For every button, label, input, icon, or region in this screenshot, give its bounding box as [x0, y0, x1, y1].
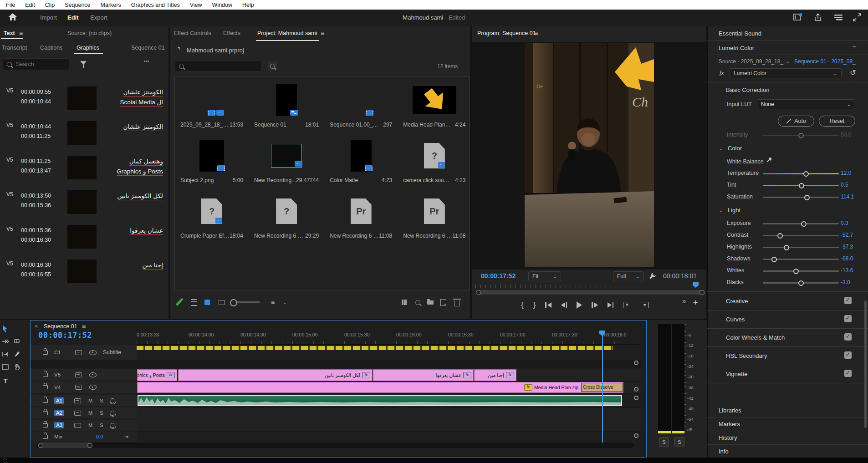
- tab-effects[interactable]: Effects: [223, 30, 240, 36]
- caption-row[interactable]: V5 00:00:15:3600:00:16:30 عشان يعرفوا: [0, 222, 169, 257]
- item-name[interactable]: New Recording 6 2...: [254, 233, 303, 239]
- project-item[interactable]: ᭼ Color Matte 4:23: [324, 138, 398, 193]
- lumetri-section[interactable]: Color Wheels & Match: [707, 328, 868, 347]
- track-name[interactable]: A1: [54, 397, 64, 404]
- mute-button[interactable]: M: [88, 422, 92, 428]
- panel-lumetri-color[interactable]: Lumetri Color: [719, 45, 754, 51]
- play-icon[interactable]: [577, 301, 582, 309]
- track-visibility-icon[interactable]: [89, 350, 97, 355]
- slider-row[interactable]: Shadows -68.0: [707, 253, 868, 265]
- track-resize-handle[interactable]: [634, 433, 638, 438]
- effect-select[interactable]: Lumetri Color⌄: [730, 68, 842, 78]
- project-item[interactable]: Pr ᭼ New Recording 6 2 ... 11:08: [324, 193, 398, 249]
- a1-audio-clip[interactable]: [138, 395, 622, 406]
- collapsed-panel[interactable]: Markers: [707, 417, 868, 431]
- ripple-edit-tool-icon[interactable]: [1, 350, 9, 358]
- project-writable-icon[interactable]: [175, 298, 183, 306]
- lock-icon[interactable]: [43, 373, 48, 377]
- project-item[interactable]: ᭼ Sequence 01.00_00_... 297: [324, 82, 398, 138]
- section-checkbox[interactable]: [844, 297, 852, 304]
- item-name[interactable]: Subject 2.png: [180, 177, 214, 183]
- type-tool-icon[interactable]: T: [1, 377, 10, 385]
- caption-row[interactable]: V5 00:00:16:3000:00:16:55 إحنا مين: [0, 257, 169, 291]
- caption-text[interactable]: الكومنتز علشانال Scoial Media: [95, 87, 163, 107]
- caption-row[interactable]: V5 00:00:09:5500:00:10:44 الكومنتز علشان…: [0, 84, 169, 118]
- fullscreen-icon[interactable]: [853, 13, 862, 21]
- lock-icon[interactable]: [43, 411, 48, 415]
- track-target-icon[interactable]: [75, 350, 82, 355]
- track-target-icon[interactable]: [74, 398, 81, 403]
- project-item[interactable]: ᭼ Subject 2.png 5:00: [175, 138, 249, 193]
- v5-clip[interactable]: fx عشان يعرفوا: [373, 369, 474, 381]
- menu-item[interactable]: Help: [237, 2, 259, 8]
- project-item[interactable]: ᭼ 2025_09_28_18_1... 13:53: [175, 82, 249, 138]
- icon-view-icon[interactable]: [203, 298, 211, 306]
- menu-item[interactable]: Sequence: [60, 2, 95, 8]
- step-forward-icon[interactable]: [592, 302, 598, 308]
- close-tab-icon[interactable]: ×: [35, 323, 38, 330]
- slider-row[interactable]: Temperature 12.0: [707, 168, 868, 179]
- item-name[interactable]: New Recording 6 2 ...: [403, 233, 452, 239]
- lock-icon[interactable]: [43, 351, 48, 355]
- search-input[interactable]: [15, 61, 65, 68]
- timeline-tab[interactable]: Sequence 01: [44, 323, 77, 330]
- track-visibility-icon[interactable]: [89, 372, 97, 377]
- lumetri-source-tab[interactable]: Source · 2025_09_28_18_...: [719, 58, 788, 65]
- track-header-subtitle[interactable]: C1 Subtitle: [31, 345, 137, 360]
- track-header-v5[interactable]: V5: [31, 369, 137, 381]
- v5-clip[interactable]: fx Posts و Graphics: [137, 369, 177, 381]
- program-panel-menu-icon[interactable]: ≡: [535, 30, 538, 37]
- list-view-icon[interactable]: [189, 298, 198, 306]
- slider-row[interactable]: Blacks -3.0: [707, 277, 868, 289]
- collapsed-panel[interactable]: Info: [707, 444, 868, 458]
- tab-text[interactable]: Text: [4, 30, 15, 36]
- track-target-icon[interactable]: [74, 411, 81, 416]
- video-frame[interactable]: Ch OF: [525, 43, 654, 267]
- timeline-hscrollbar[interactable]: [36, 443, 634, 448]
- find-icon[interactable]: [414, 298, 422, 306]
- color-section-header[interactable]: Color: [728, 145, 742, 152]
- section-checkbox[interactable]: [844, 351, 852, 359]
- collapsed-panel[interactable]: History: [707, 431, 868, 445]
- project-item[interactable]: ᭼ Media Head Planzip... 4:24: [398, 82, 471, 138]
- menu-item[interactable]: Window: [207, 2, 237, 8]
- project-item[interactable]: ? ᭼ Crumple Paper Effe... 18:04: [175, 193, 249, 249]
- tab-captions[interactable]: Captions: [40, 45, 62, 51]
- menu-item[interactable]: Clip: [40, 2, 60, 8]
- subtitle-clips[interactable]: [137, 346, 613, 350]
- delete-icon[interactable]: [453, 298, 461, 306]
- lumetri-section[interactable]: Vignette: [707, 365, 868, 383]
- razor-tool-icon[interactable]: [13, 337, 21, 346]
- track-name[interactable]: A2: [54, 410, 64, 416]
- caption-row[interactable]: V5 00:00:11:2500:00:13:47 وهنعمل كمانPos…: [0, 153, 169, 188]
- intensity-slider-row[interactable]: Intensity 50.0: [707, 129, 868, 141]
- track-header-audio[interactable]: A1 M S: [31, 395, 137, 406]
- rectangle-tool-icon[interactable]: [1, 363, 9, 371]
- workspace-icon[interactable]: [793, 13, 802, 21]
- slider-row[interactable]: Exposure 0.3: [707, 218, 868, 229]
- more-buttons-icon[interactable]: »: [682, 297, 686, 305]
- tab-program[interactable]: Program: Sequence 01: [477, 30, 536, 36]
- panel-essential-sound[interactable]: Essential Sound: [719, 30, 761, 37]
- step-back-icon[interactable]: [561, 302, 567, 308]
- caption-row[interactable]: V5 00:00:10:4400:00:11:25 الكومنتز علشان: [0, 118, 169, 153]
- auto-button[interactable]: Auto: [778, 116, 814, 127]
- project-item[interactable]: ᭼ Sequence 01 18:01: [249, 82, 324, 138]
- audio-meters-panel[interactable]: -6-12-18-24-30-36-42-48-54dB S S: [647, 320, 707, 458]
- timeline-timecode[interactable]: 00:00:17:52: [38, 331, 92, 340]
- track-header-audio[interactable]: A3 M S: [31, 420, 137, 431]
- item-name[interactable]: New Recording...: [254, 177, 296, 183]
- project-item[interactable]: ᭼ New Recording... 29:47744: [249, 138, 324, 193]
- lumetri-section[interactable]: Curves: [707, 310, 868, 329]
- workspaces-menu-icon[interactable]: [833, 13, 842, 21]
- slider-row[interactable]: Highlights -37.3: [707, 241, 868, 253]
- tab-project[interactable]: Project: Mahmoud sami: [257, 30, 317, 36]
- project-item[interactable]: ? ᭼ New Recording 6 2... 29:29: [249, 193, 324, 249]
- selection-tool-icon[interactable]: [1, 325, 9, 333]
- lumetri-menu-icon[interactable]: ≡: [853, 44, 856, 51]
- menu-item[interactable]: Edit: [20, 2, 40, 8]
- filter-icon[interactable]: [80, 61, 87, 65]
- lumetri-scrollbar[interactable]: [864, 300, 867, 428]
- track-visibility-icon[interactable]: [89, 385, 97, 390]
- solo-button[interactable]: S: [100, 398, 103, 403]
